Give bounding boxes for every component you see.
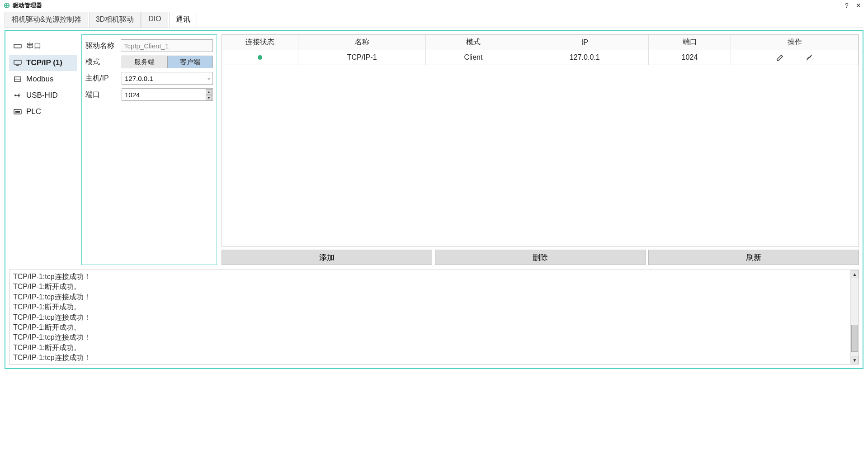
connections-panel: 连接状态 名称 模式 IP 端口 操作 TCP/IP-1 Client (222, 34, 859, 265)
th-name: 名称 (298, 35, 426, 50)
host-input[interactable] (122, 72, 213, 85)
plc-icon (14, 109, 22, 115)
close-button[interactable]: ✕ (853, 2, 864, 9)
sidebar-item-label: USB-HID (26, 91, 58, 100)
titlebar: 驱动管理器 ? ✕ (0, 0, 868, 11)
window-title: 驱动管理器 (13, 1, 42, 9)
port-input[interactable] (122, 88, 213, 101)
usb-icon (14, 92, 22, 99)
log-line: TCP/IP-1:tcp连接成功！ (13, 332, 855, 342)
driver-name-label: 驱动名称 (85, 41, 117, 51)
th-action: 操作 (731, 35, 859, 50)
sidebar-item-label: TCP/IP (1) (26, 58, 62, 67)
th-port: 端口 (648, 35, 731, 50)
connections-table-wrap: 连接状态 名称 模式 IP 端口 操作 TCP/IP-1 Client (222, 34, 859, 247)
help-button[interactable]: ? (841, 2, 853, 9)
disconnect-icon[interactable] (805, 53, 814, 62)
svg-rect-4 (14, 60, 21, 64)
tab-comm[interactable]: 通讯 (169, 12, 197, 28)
host-label: 主机/IP (85, 74, 118, 83)
port-label: 端口 (85, 90, 118, 99)
sidebar-item-label: Modbus (26, 75, 53, 84)
tab-3d-camera[interactable]: 3D相机驱动 (89, 12, 141, 28)
log-line: TCP/IP-1:tcp连接成功！ (13, 313, 855, 322)
edit-icon[interactable] (776, 53, 785, 62)
scroll-up-icon[interactable]: ▲ (851, 270, 859, 278)
sidebar-item-usb-hid[interactable]: USB-HID (9, 87, 77, 104)
th-mode: 模式 (425, 35, 521, 50)
action-buttons: 添加 删除 刷新 (222, 250, 859, 265)
cell-ip: 127.0.0.1 (521, 50, 649, 65)
log-line: TCP/IP-1:tcp连接成功！ (13, 292, 855, 302)
port-spin-up[interactable]: ▲ (206, 89, 212, 95)
port-spin-down[interactable]: ▼ (206, 95, 212, 101)
driver-name-input[interactable] (121, 39, 213, 52)
log-line: TCP/IP-1:tcp连接成功！ (13, 353, 855, 363)
svg-line-14 (807, 55, 812, 60)
serial-port-icon (14, 43, 22, 49)
log-lines: TCP/IP-1:tcp连接成功！TCP/IP-1:断开成功。TCP/IP-1:… (9, 270, 859, 365)
cell-port: 1024 (648, 50, 731, 65)
log-line: TCP/IP-1:断开成功。 (13, 322, 855, 332)
comm-panel: 串口 TCP/IP (1) Modbus USB-HID PLC 驱动名称 (5, 30, 863, 369)
mode-server-button[interactable]: 服务端 (122, 56, 168, 68)
cell-mode: Client (425, 50, 521, 65)
comm-sidebar: 串口 TCP/IP (1) Modbus USB-HID PLC (9, 34, 77, 265)
driver-form: 驱动名称 模式 服务端 客户端 主机/IP ⌄ 端口 (81, 34, 217, 265)
log-line: TCP/IP-1:tcp连接成功！ (13, 272, 855, 282)
log-line: TCP/IP-1:断开成功。 (13, 302, 855, 312)
mode-label: 模式 (85, 57, 118, 67)
sidebar-item-tcpip[interactable]: TCP/IP (1) (9, 55, 77, 71)
th-ip: IP (521, 35, 649, 50)
tab-dio[interactable]: DIO (142, 12, 168, 28)
log-scrollbar[interactable]: ▲ ▼ (850, 270, 859, 364)
cell-name: TCP/IP-1 (298, 50, 426, 65)
tab-camera-light[interactable]: 相机驱动&光源控制器 (5, 12, 88, 28)
sidebar-item-label: PLC (26, 107, 41, 116)
status-dot-connected (258, 55, 262, 60)
app-icon (4, 2, 10, 9)
connections-table: 连接状态 名称 模式 IP 端口 操作 TCP/IP-1 Client (222, 35, 859, 65)
sidebar-item-label: 串口 (26, 41, 42, 51)
log-line: TCP/IP-1:断开成功。 (13, 282, 855, 292)
scroll-thumb[interactable] (851, 325, 858, 352)
scroll-down-icon[interactable]: ▼ (851, 356, 859, 364)
sidebar-item-modbus[interactable]: Modbus (9, 71, 77, 87)
log-panel: TCP/IP-1:tcp连接成功！TCP/IP-1:断开成功。TCP/IP-1:… (9, 270, 859, 365)
sidebar-item-serial[interactable]: 串口 (9, 37, 77, 55)
delete-button[interactable]: 删除 (435, 250, 646, 265)
svg-rect-3 (14, 44, 21, 48)
mode-client-button[interactable]: 客户端 (168, 56, 213, 68)
table-header-row: 连接状态 名称 模式 IP 端口 操作 (222, 35, 859, 50)
add-button[interactable]: 添加 (222, 250, 432, 265)
table-row[interactable]: TCP/IP-1 Client 127.0.0.1 1024 (222, 50, 859, 65)
th-status: 连接状态 (222, 35, 298, 50)
svg-rect-13 (15, 111, 20, 113)
mode-toggle: 服务端 客户端 (122, 56, 213, 68)
modbus-icon (14, 76, 22, 82)
log-line: TCP/IP-1:断开成功。 (13, 343, 855, 353)
sidebar-item-plc[interactable]: PLC (9, 104, 77, 120)
monitor-icon (14, 60, 22, 66)
outer-tabs: 相机驱动&光源控制器 3D相机驱动 DIO 通讯 (5, 12, 863, 28)
refresh-button[interactable]: 刷新 (648, 250, 859, 265)
